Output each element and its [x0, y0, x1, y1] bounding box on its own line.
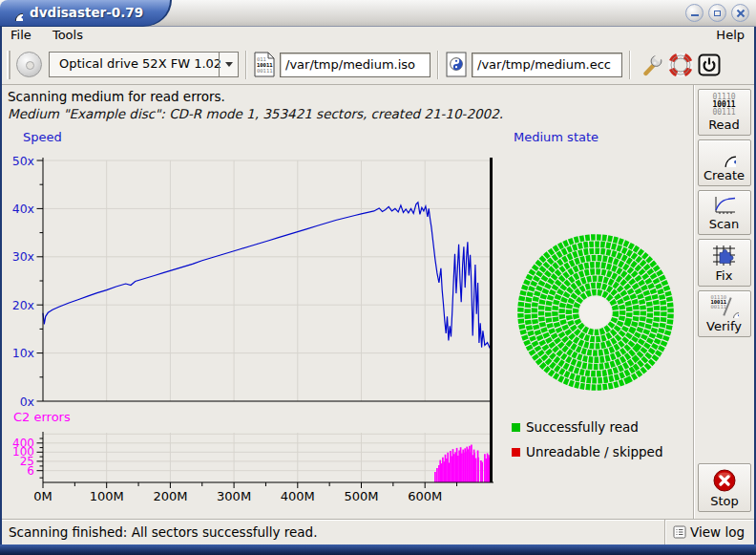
binary-read-icon: 011101001100111: [712, 94, 735, 117]
window-border-bottom: [0, 544, 756, 555]
legend-item-unreadable: Unreadable / skipped: [512, 444, 662, 459]
lifebelt-icon: [668, 53, 693, 77]
status-line-1: Scanning medium for read errors.: [8, 89, 225, 104]
fix-button-label: Fix: [716, 268, 733, 283]
svg-text:50x: 50x: [12, 154, 34, 168]
create-button[interactable]: Create: [698, 139, 751, 186]
log-icon: [673, 525, 686, 539]
window-border-left: [0, 27, 2, 555]
fix-button[interactable]: Fix: [698, 239, 751, 287]
svg-text:400: 400: [12, 437, 34, 450]
toolbar-separator: [629, 51, 631, 79]
legend-item-read: Successfully read: [512, 419, 639, 435]
read-button-label: Read: [708, 117, 740, 132]
action-sidebar: 011101001100111 Read Create Scan Fix: [693, 85, 754, 519]
legend-swatch-green: [512, 423, 520, 432]
speed-chart-title: Speed: [23, 130, 62, 144]
svg-text:40x: 40x: [12, 202, 34, 216]
stop-button-label: Stop: [710, 494, 739, 508]
quit-button[interactable]: [695, 51, 724, 79]
toolbar: Optical drive 52X FW 1.02 011 10011 0011…: [2, 45, 754, 85]
app-yinyang-icon: [7, 5, 23, 21]
minimize-icon: [691, 14, 699, 16]
minimize-button[interactable]: [685, 4, 704, 22]
scan-button[interactable]: Scan: [698, 190, 751, 235]
menu-help[interactable]: Help: [712, 28, 748, 42]
svg-text:10x: 10x: [12, 346, 34, 360]
scan-chart-icon: [711, 195, 737, 216]
maximize-button[interactable]: [708, 4, 726, 22]
chevron-down-icon[interactable]: [219, 53, 238, 76]
menubar: File Tools Help: [2, 27, 754, 45]
drive-selector[interactable]: Optical drive 52X FW 1.02: [49, 52, 239, 77]
status-line-2: Medium "Example disc": CD-R mode 1, 3534…: [8, 106, 503, 121]
svg-text:600M: 600M: [408, 489, 442, 503]
menu-tools[interactable]: Tools: [44, 27, 92, 43]
drive-selector-value: Optical drive 52X FW 1.02: [50, 53, 219, 76]
verify-button-label: Verify: [706, 319, 742, 333]
iso-path-input[interactable]: [280, 53, 430, 77]
maximize-icon: [714, 11, 721, 16]
svg-text:100M: 100M: [90, 489, 124, 503]
svg-text:0x: 0x: [20, 395, 34, 409]
statusbar: Scanning finished: All sectors successfu…: [2, 519, 754, 544]
toolbar-grip[interactable]: [7, 51, 10, 79]
close-button[interactable]: [731, 4, 749, 22]
legend-swatch-red: [512, 448, 520, 457]
svg-text:400M: 400M: [281, 489, 315, 503]
statusbar-message: Scanning finished: All sectors successfu…: [2, 524, 664, 540]
svg-text:200M: 200M: [153, 489, 187, 503]
toolbar-separator: [245, 51, 247, 79]
help-button[interactable]: [666, 51, 695, 79]
window-title: dvdisaster-0.79: [30, 5, 143, 20]
stop-button[interactable]: Stop: [698, 463, 751, 512]
svg-text:500M: 500M: [344, 489, 378, 503]
svg-text:20x: 20x: [12, 298, 34, 312]
ecc-path-input[interactable]: [472, 53, 622, 77]
iso-image-icon: 011 10011 00111: [254, 52, 275, 77]
verify-icon: 011101001100111: [710, 295, 739, 318]
wrench-icon: [640, 53, 663, 76]
cd-drive-icon: [16, 52, 42, 77]
titlebar-tab: dvdisaster-0.79: [0, 0, 172, 27]
read-button[interactable]: 011101001100111 Read: [698, 89, 751, 136]
stop-icon: [712, 468, 737, 493]
svg-text:30x: 30x: [12, 249, 34, 264]
svg-text:0M: 0M: [33, 489, 52, 503]
view-log-button[interactable]: View log: [664, 520, 754, 544]
app-window: dvdisaster-0.79 File Tools Help Optical …: [0, 0, 756, 555]
medium-state-title: Medium state: [514, 130, 598, 144]
medium-state-disc: [514, 231, 677, 394]
power-icon: [698, 53, 721, 76]
legend-label: Successfully read: [526, 419, 639, 435]
yinyang-icon: [713, 144, 736, 167]
close-icon: [736, 9, 746, 18]
svg-text:300M: 300M: [217, 489, 251, 503]
view-log-label: View log: [690, 524, 745, 540]
svg-text:00111: 00111: [257, 68, 273, 74]
toolbar-separator: [437, 51, 439, 79]
menu-file[interactable]: File: [2, 27, 40, 43]
puzzle-icon: [711, 244, 737, 267]
ecc-file-icon: [446, 52, 467, 77]
speed-and-c2-chart: 0x10x20x30x40x50x6251004000M100M200M300M…: [0, 143, 506, 518]
create-button-label: Create: [704, 168, 745, 182]
preferences-button[interactable]: [638, 51, 666, 79]
legend-label: Unreadable / skipped: [526, 444, 662, 459]
scan-button-label: Scan: [709, 217, 740, 231]
titlebar: dvdisaster-0.79: [0, 0, 756, 27]
verify-button[interactable]: 011101001100111 Verify: [698, 290, 751, 337]
